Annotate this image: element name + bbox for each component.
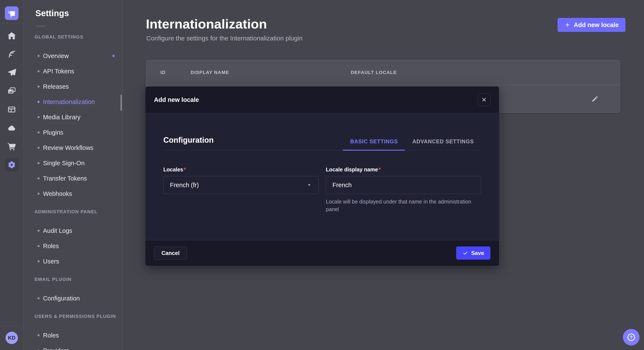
save-button[interactable]: Save — [456, 246, 490, 260]
bullet-icon — [38, 334, 40, 336]
display-name-hint: Locale will be displayed under that name… — [326, 198, 481, 213]
sidebar-item-media-library[interactable]: Media Library — [24, 110, 122, 125]
bullet-icon — [38, 147, 40, 149]
bullet-icon — [38, 260, 40, 262]
title-divider — [36, 26, 45, 26]
cancel-button[interactable]: Cancel — [154, 246, 187, 260]
rail-divider-bottom — [0, 326, 23, 327]
table-header-row: IDDISPLAY NAMEDEFAULT LOCALE — [146, 60, 620, 85]
bullet-icon — [38, 131, 40, 134]
add-button-label: Add new locale — [574, 21, 619, 28]
deploy-icon[interactable] — [5, 121, 18, 135]
nav-section-label: USERS & PERMISSIONS PLUGIN — [34, 314, 122, 319]
bullet-icon — [38, 230, 40, 232]
locales-label: Locales* — [163, 167, 318, 173]
add-new-locale-button[interactable]: Add new locale — [558, 18, 626, 32]
locales-select[interactable]: French (fr) — [163, 176, 318, 194]
column-header-display-name: DISPLAY NAME — [190, 70, 351, 75]
media-library-icon[interactable] — [5, 84, 18, 98]
sidebar-title: Settings — [35, 8, 122, 18]
display-name-input[interactable] — [326, 176, 481, 194]
sidebar-item-webhooks[interactable]: Webhooks — [24, 186, 122, 201]
modal-header: Add new locale — [146, 87, 499, 113]
bullet-icon — [38, 70, 40, 72]
sidebar-item-label: Internationalization — [43, 98, 95, 105]
bullet-icon — [38, 162, 40, 164]
bullet-icon — [38, 55, 40, 57]
sidebar-item-releases[interactable]: Releases — [24, 79, 122, 94]
sidebar-item-label: Configuration — [43, 295, 80, 302]
tab-basic-settings[interactable]: BASIC SETTINGS — [343, 138, 405, 151]
display-name-field-group: Locale display name* Locale will be disp… — [326, 167, 481, 213]
sidebar-item-label: Plugins — [43, 129, 63, 136]
close-icon — [481, 97, 487, 103]
bullet-icon — [38, 297, 40, 299]
sidebar-item-overview[interactable]: Overview — [24, 48, 122, 64]
sidebar-item-label: Media Library — [43, 114, 80, 121]
sidebar-item-users[interactable]: Users — [24, 254, 122, 269]
rail-divider — [0, 23, 23, 24]
modal-body: Configuration BASIC SETTINGSADVANCED SET… — [146, 136, 499, 213]
save-button-label: Save — [471, 250, 484, 256]
nav-section: GLOBAL SETTINGSOverviewAPI TokensRelease… — [24, 34, 122, 201]
tab-advanced-settings[interactable]: ADVANCED SETTINGS — [405, 138, 481, 151]
question-mark-icon: ? — [626, 333, 636, 342]
display-name-label: Locale display name* — [326, 167, 481, 173]
sidebar-item-configuration[interactable]: Configuration — [24, 291, 122, 306]
locale-form: Locales* French (fr) Locale display name… — [163, 167, 481, 213]
required-asterisk: * — [379, 167, 381, 173]
content-type-builder-icon[interactable] — [5, 103, 18, 116]
sidebar-item-label: Webhooks — [43, 190, 72, 197]
marketplace-icon[interactable] — [5, 140, 18, 153]
sidebar-item-label: API Tokens — [43, 68, 74, 75]
nav-section: EMAIL PLUGINConfiguration — [24, 277, 122, 306]
sidebar-item-label: Roles — [43, 332, 59, 339]
pencil-icon — [591, 95, 599, 103]
sidebar-item-label: Transfer Tokens — [43, 175, 87, 182]
sidebar-item-review-workflows[interactable]: Review Workflows — [24, 140, 122, 156]
page-title: Internationalization — [146, 16, 267, 31]
close-modal-button[interactable] — [478, 93, 490, 106]
help-button[interactable]: ? — [623, 329, 640, 346]
releases-icon[interactable] — [5, 66, 18, 79]
content-manager-icon[interactable] — [5, 47, 18, 61]
settings-sidebar: Settings GLOBAL SETTINGSOverviewAPI Toke… — [24, 0, 122, 350]
sidebar-item-roles[interactable]: Roles — [24, 238, 122, 254]
bullet-icon — [38, 116, 40, 118]
sidebar-item-label: Single Sign-On — [43, 160, 84, 167]
sidebar-item-transfer-tokens[interactable]: Transfer Tokens — [24, 171, 122, 186]
notification-dot — [112, 55, 114, 57]
sidebar-item-label: Audit Logs — [43, 227, 72, 234]
nav-section: USERS & PERMISSIONS PLUGINRolesProviders — [24, 314, 122, 350]
avatar[interactable]: KD — [6, 332, 18, 344]
modal-title: Add new locale — [154, 96, 199, 103]
sidebar-scrollbar[interactable] — [120, 95, 122, 111]
nav-section-label: GLOBAL SETTINGS — [34, 34, 122, 40]
sidebar-item-roles[interactable]: Roles — [24, 328, 122, 343]
sidebar-item-providers[interactable]: Providers — [24, 343, 122, 350]
locales-field-group: Locales* French (fr) — [163, 167, 318, 213]
bullet-icon — [38, 245, 40, 247]
bullet-icon — [38, 177, 40, 179]
edit-locale-button[interactable] — [590, 94, 600, 104]
settings-icon[interactable] — [5, 158, 18, 172]
page-subtitle: Configure the settings for the Internati… — [146, 35, 302, 42]
sidebar-item-api-tokens[interactable]: API Tokens — [24, 64, 122, 79]
configuration-heading: Configuration — [163, 136, 214, 150]
settings-nav-sections: GLOBAL SETTINGSOverviewAPI TokensRelease… — [24, 34, 122, 350]
nav-section-label: EMAIL PLUGIN — [34, 277, 122, 282]
sidebar-item-internationalization[interactable]: Internationalization — [24, 94, 122, 110]
sidebar-item-audit-logs[interactable]: Audit Logs — [24, 223, 122, 238]
sidebar-item-label: Providers — [43, 347, 69, 350]
bullet-icon — [38, 101, 40, 103]
modal-footer: Cancel Save — [146, 240, 499, 266]
sidebar-item-single-sign-on[interactable]: Single Sign-On — [24, 156, 122, 171]
strapi-logo[interactable] — [5, 6, 18, 20]
bullet-icon — [38, 85, 40, 88]
required-asterisk: * — [184, 167, 186, 173]
sidebar-item-label: Overview — [43, 52, 69, 59]
column-header-id: ID — [160, 70, 190, 75]
sidebar-item-plugins[interactable]: Plugins — [24, 125, 122, 140]
add-locale-modal: Add new locale Configuration BASIC SETTI… — [146, 87, 499, 266]
home-icon[interactable] — [5, 29, 18, 42]
